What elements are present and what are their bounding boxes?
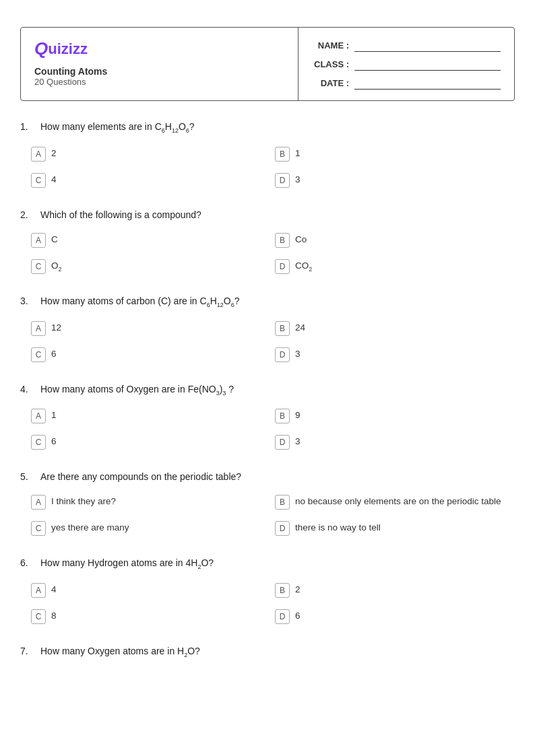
question-4-option-c[interactable]: C6 xyxy=(27,432,271,452)
option-letter-c: C xyxy=(31,609,46,624)
question-5-option-b[interactable]: Bno because only elements are on the per… xyxy=(271,491,515,512)
question-2-option-b[interactable]: BCo xyxy=(271,230,515,250)
option-text-2-d: CO2 xyxy=(295,259,312,273)
question-1-option-b[interactable]: B1 xyxy=(271,143,515,164)
question-3-header: 3.How many atoms of carbon (C) are in C6… xyxy=(20,296,515,308)
class-label: CLASS : xyxy=(312,59,349,69)
question-1-option-d[interactable]: D3 xyxy=(271,170,515,191)
option-text-1-a: 2 xyxy=(51,146,57,160)
option-letter-d: D xyxy=(275,609,290,624)
option-letter-a: A xyxy=(31,147,46,162)
question-2-option-d[interactable]: DCO2 xyxy=(271,256,515,277)
option-text-6-d: 6 xyxy=(295,609,301,623)
header-left: Q uizizz Counting Atoms 20 Questions xyxy=(21,28,298,100)
option-text-3-c: 6 xyxy=(51,347,57,361)
option-text-5-d: there is no way to tell xyxy=(295,520,381,535)
header-right: NAME : CLASS : DATE : xyxy=(298,28,514,100)
question-3-options: A12B24C6D3 xyxy=(20,318,515,365)
question-4-option-b[interactable]: B9 xyxy=(271,405,515,426)
option-letter-c: C xyxy=(31,259,46,274)
question-1-option-a[interactable]: A2 xyxy=(27,143,271,164)
option-letter-d: D xyxy=(275,173,290,188)
question-1-option-c[interactable]: C4 xyxy=(27,170,271,191)
question-4-option-d[interactable]: D3 xyxy=(271,432,515,452)
option-letter-b: B xyxy=(275,233,290,248)
question-6-options: A4B2C8D6 xyxy=(20,580,515,627)
option-text-4-c: 6 xyxy=(51,434,57,448)
question-3-option-d[interactable]: D3 xyxy=(271,344,515,365)
option-text-1-d: 3 xyxy=(295,172,301,186)
option-text-2-b: Co xyxy=(295,232,307,246)
option-letter-a: A xyxy=(31,321,46,336)
question-6-option-a[interactable]: A4 xyxy=(27,580,271,600)
question-2-options: ACBCoCO2DCO2 xyxy=(20,230,515,277)
question-3-option-b[interactable]: B24 xyxy=(271,318,515,339)
question-1-text: How many elements are in C6H12O6? xyxy=(40,121,195,134)
option-letter-c: C xyxy=(31,435,46,450)
question-5-option-c[interactable]: Cyes there are many xyxy=(27,518,271,539)
question-3-option-a[interactable]: A12 xyxy=(27,318,271,339)
question-2: 2.Which of the following is a compound?A… xyxy=(20,209,515,277)
question-4-option-a[interactable]: A1 xyxy=(27,405,271,426)
question-5-option-a[interactable]: AI think they are? xyxy=(27,491,271,512)
option-letter-b: B xyxy=(275,321,290,336)
option-letter-a: A xyxy=(31,583,46,598)
question-2-text: Which of the following is a compound? xyxy=(40,209,201,220)
option-letter-c: C xyxy=(31,347,46,362)
option-letter-d: D xyxy=(275,347,290,362)
option-letter-b: B xyxy=(275,495,290,510)
question-5-options: AI think they are?Bno because only eleme… xyxy=(20,491,515,539)
date-label: DATE : xyxy=(312,78,349,88)
question-4: 4.How many atoms of Oxygen are in Fe(NO3… xyxy=(20,384,515,453)
option-letter-b: B xyxy=(275,409,290,423)
name-row: NAME : xyxy=(312,38,501,52)
logo: Q uizizz xyxy=(34,38,284,59)
question-1: 1.How many elements are in C6H12O6?A2B1C… xyxy=(20,121,515,191)
question-4-num: 4. xyxy=(20,384,34,397)
option-text-4-d: 3 xyxy=(295,434,301,448)
question-5-option-d[interactable]: Dthere is no way to tell xyxy=(271,518,515,539)
class-row: CLASS : xyxy=(312,57,501,71)
logo-text: uizizz xyxy=(48,40,88,58)
question-6-option-b[interactable]: B2 xyxy=(271,580,515,600)
question-6-num: 6. xyxy=(20,557,34,570)
question-6-text: How many Hydrogen atoms are in 4H2O? xyxy=(40,557,214,570)
option-text-3-a: 12 xyxy=(51,320,61,335)
question-3-option-c[interactable]: C6 xyxy=(27,344,271,365)
question-4-header: 4.How many atoms of Oxygen are in Fe(NO3… xyxy=(20,384,515,397)
option-letter-d: D xyxy=(275,259,290,274)
option-letter-d: D xyxy=(275,435,290,450)
page: Q uizizz Counting Atoms 20 Questions NAM… xyxy=(0,0,535,756)
question-1-num: 1. xyxy=(20,121,34,134)
date-row: DATE : xyxy=(312,76,501,90)
question-1-header: 1.How many elements are in C6H12O6? xyxy=(20,121,515,134)
question-6-option-c[interactable]: C8 xyxy=(27,606,271,627)
question-3-num: 3. xyxy=(20,296,34,308)
option-letter-b: B xyxy=(275,147,290,162)
logo-q: Q xyxy=(34,38,48,59)
option-letter-a: A xyxy=(31,409,46,423)
header: Q uizizz Counting Atoms 20 Questions NAM… xyxy=(20,27,515,101)
question-3-text: How many atoms of carbon (C) are in C6H1… xyxy=(40,296,240,308)
question-2-num: 2. xyxy=(20,209,34,220)
option-text-5-b: no because only elements are on the peri… xyxy=(295,494,501,508)
question-6: 6.How many Hydrogen atoms are in 4H2O?A4… xyxy=(20,557,515,627)
quiz-subtitle: 20 Questions xyxy=(34,77,284,87)
option-letter-a: A xyxy=(31,233,46,248)
question-4-text: How many atoms of Oxygen are in Fe(NO3)3… xyxy=(40,384,234,397)
option-text-2-a: C xyxy=(51,232,58,246)
option-letter-d: D xyxy=(275,521,290,536)
date-line xyxy=(354,76,501,90)
option-text-3-b: 24 xyxy=(295,320,305,335)
question-2-option-c[interactable]: CO2 xyxy=(27,256,271,277)
option-letter-a: A xyxy=(31,495,46,510)
questions-container: 1.How many elements are in C6H12O6?A2B1C… xyxy=(20,121,515,658)
question-7-num: 7. xyxy=(20,646,34,658)
option-text-2-c: O2 xyxy=(51,259,62,273)
quiz-title: Counting Atoms xyxy=(34,66,284,77)
option-text-6-b: 2 xyxy=(295,582,301,596)
name-label: NAME : xyxy=(312,40,349,50)
question-2-option-a[interactable]: AC xyxy=(27,230,271,250)
option-text-5-a: I think they are? xyxy=(51,494,116,508)
question-6-option-d[interactable]: D6 xyxy=(271,606,515,627)
